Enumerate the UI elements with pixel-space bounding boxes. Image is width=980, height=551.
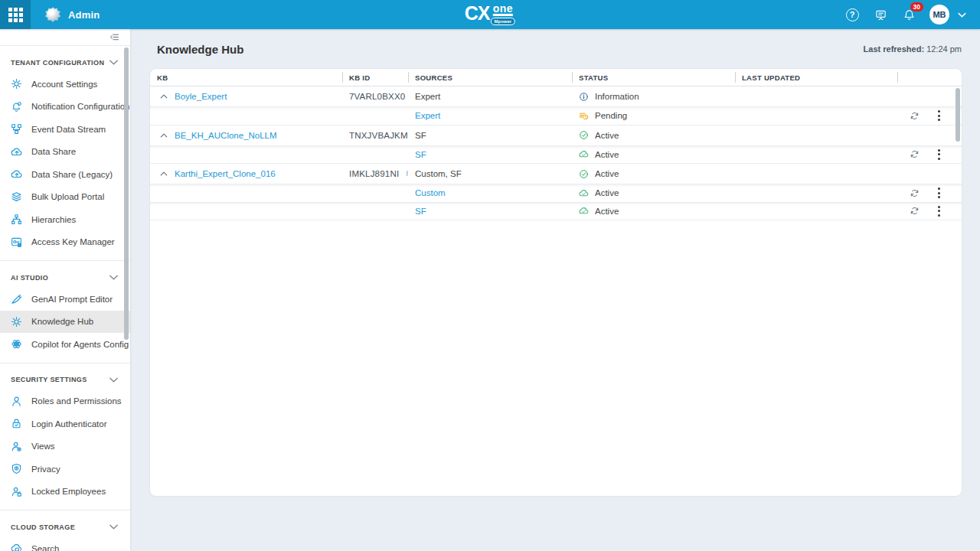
user-menu-chevron-icon[interactable] [956,9,968,21]
source-link[interactable]: SF [415,207,426,216]
sidebar-item-label: Bulk Upload Portal [31,192,104,201]
status-text: Active [595,188,619,197]
sidebar-item-copilot-for-agents-config[interactable]: Copilot for Agents Config [0,333,130,356]
cloud-check-status-icon [579,206,589,216]
sidebar-item-roles-and-permissions[interactable]: Roles and Permissions [0,390,130,413]
sidebar-section-ai-studio[interactable]: AI STUDIO [0,261,130,288]
table-row: SF Active [150,203,962,221]
actions-cell [897,185,962,201]
atom-icon [11,338,22,350]
kb-name-link[interactable]: Boyle_Expert [175,92,227,101]
kebab-menu-button[interactable] [934,204,944,219]
sidebar-item-label: Login Authenticator [31,419,106,429]
help-button[interactable]: ? [844,7,860,22]
sidebar-item-login-authenticator[interactable]: Login Authenticator [0,412,130,435]
column-divider [897,72,898,83]
bell-icon [11,101,22,112]
sidebar-item-label: Privacy [31,465,60,474]
last-refreshed: Last refreshed: 12:24 pm [864,44,962,54]
sources-cell: Expert [408,111,572,120]
kebab-menu-button[interactable] [934,147,944,162]
sidebar-scrollbar[interactable] [124,47,129,340]
status-cell: Active [572,130,735,140]
status-text: Active [595,131,619,140]
table-row: Expert Pending [150,107,962,126]
refresh-button[interactable] [910,206,920,216]
source-link[interactable]: SF [415,150,426,159]
sources-text: SF [415,131,426,140]
sidebar-item-views[interactable]: Views [0,435,130,458]
status-text: Pending [595,111,627,120]
status-text: Active [595,150,619,159]
person-lock-icon [11,486,22,497]
sources-cell: SF [408,131,572,140]
status-cell: Active [572,188,735,198]
kebab-menu-button[interactable] [934,185,944,201]
kb-name-link[interactable]: BE_KH_AUClone_NoLLM [175,131,277,140]
sidebar-item-privacy[interactable]: Privacy [0,458,130,481]
kebab-menu-button[interactable] [934,108,944,123]
sidebar-item-label: Data Share (Legacy) [31,170,113,179]
cxone-logo: CX one Mpower [465,2,515,25]
app-title: Admin [68,9,100,21]
source-link[interactable]: Custom [415,188,446,197]
column-divider [408,72,409,83]
sidebar-item-genai-prompt-editor[interactable]: GenAI Prompt Editor [0,288,130,311]
chevron-up-icon[interactable] [159,131,168,140]
layers-icon [11,191,22,203]
status-text: Information [595,92,639,101]
sidebar-item-locked-employees[interactable]: Locked Employees [0,481,130,504]
column-header-kb-id: KB ID [342,69,408,86]
table-header-row: KB KB ID SOURCES STATUS LAST UPDATED [150,69,962,86]
sources-cell: Custom [408,188,572,197]
column-divider [572,72,573,83]
sidebar-item-label: Locked Employees [31,487,106,496]
chevron-up-icon[interactable] [159,169,168,178]
kb-cell: Karthi_Expert_Clone_016 [150,169,342,178]
person-icon [11,396,22,407]
kb-cell: BE_KH_AUClone_NoLLM [150,131,342,140]
avatar[interactable]: MB [929,5,949,24]
sidebar-section-tenant-configuration[interactable]: TENANT CONFIGURATION [0,46,130,73]
chevron-up-icon[interactable] [159,92,168,101]
sidebar-item-data-share[interactable]: Data Share [0,141,130,164]
column-header-status: STATUS [572,69,735,86]
sidebar-item-bulk-upload-portal[interactable]: Bulk Upload Portal [0,186,130,209]
kb-id-text: TNXJVBAJKM [349,131,408,140]
table-body: Boyle_Expert 7VARL0BXX0 Expert Informati… [150,86,962,220]
sidebar-section-cloud-storage[interactable]: CLOUD STORAGE [0,510,130,537]
admin-app-icon [44,6,61,23]
sources-cell: SF [408,150,572,159]
refresh-button[interactable] [910,111,920,121]
sidebar-section-label: SECURITY SETTINGS [11,376,87,383]
sidebar-section-security-settings[interactable]: SECURITY SETTINGS [0,364,130,390]
kb-name-link[interactable]: Karthi_Expert_Clone_016 [175,169,276,178]
app-launcher-button[interactable] [0,0,31,29]
announcements-button[interactable] [873,7,888,22]
sidebar-item-event-data-stream[interactable]: Event Data Stream [0,118,130,141]
sidebar-item-data-share-legacy-[interactable]: Data Share (Legacy) [0,163,130,186]
status-text: Active [595,169,619,178]
sidebar-item-knowledge-hub[interactable]: Knowledge Hub [0,311,130,334]
notifications-button[interactable]: 30 [901,7,916,22]
sidebar-item-label: GenAI Prompt Editor [31,295,113,304]
sidebar-item-access-key-manager[interactable]: Access Key Manager [0,231,130,254]
column-header-kb: KB [150,69,342,86]
sidebar-section-label: AI STUDIO [11,274,48,282]
sidebar-item-hierarchies[interactable]: Hierarchies [0,208,130,231]
sidebar-item-search[interactable]: Search [0,537,130,551]
knowledge-hub-table-card: KB KB ID SOURCES STATUS LAST UPDATED Boy… [150,69,962,496]
collapse-sidebar-button[interactable] [109,32,119,42]
source-link[interactable]: Expert [415,111,440,120]
refresh-button[interactable] [910,149,920,159]
sidebar-nav: TENANT CONFIGURATION Account Settings No… [0,46,130,551]
check-circle-status-icon [579,130,589,140]
gear-icon [11,316,22,328]
refresh-button[interactable] [910,188,920,198]
sidebar-section-label: CLOUD STORAGE [11,523,75,531]
sidebar-item-notification-configuration[interactable]: Notification Configuration [0,96,130,119]
actions-cell [897,147,962,162]
sidebar-item-account-settings[interactable]: Account Settings [0,73,130,96]
hierarchy-icon [11,214,22,225]
table-scrollbar[interactable] [956,88,960,142]
